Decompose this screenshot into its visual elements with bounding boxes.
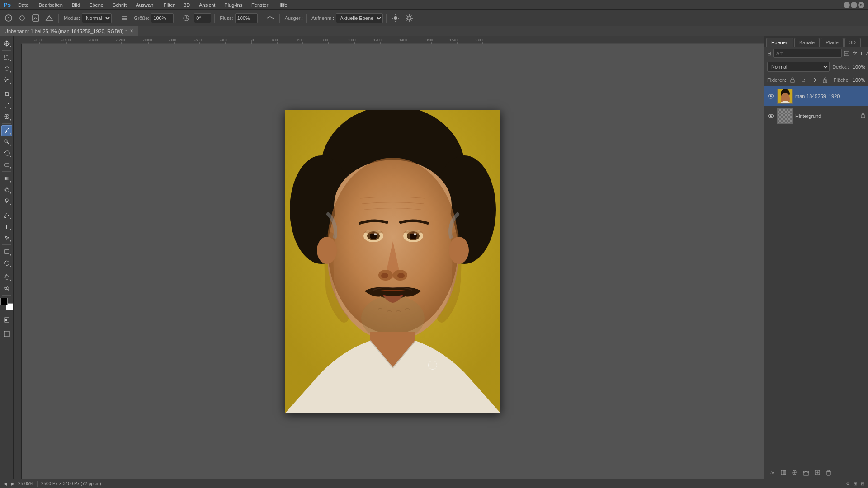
tab-3d[interactable]: 3D	[844, 38, 861, 47]
zoom-out-btn[interactable]: ◀	[4, 481, 7, 486]
menu-hilfe[interactable]: Hilfe	[274, 1, 291, 9]
layer-kind-filter-btn[interactable]	[844, 49, 850, 58]
screen-mode-btn[interactable]	[1, 328, 12, 339]
filter-icon: ⊟	[767, 51, 771, 56]
magic-wand-tool[interactable]: ▾	[1, 75, 12, 85]
tab-close-btn[interactable]: ✕	[130, 28, 133, 33]
layer-item-man[interactable]: man-1845259_1920	[764, 86, 868, 106]
document-tab[interactable]: Unbenannt-1 bei 25,1% (man-1845259_1920,…	[0, 26, 138, 36]
layer-adjustment-btn[interactable]	[790, 468, 800, 477]
svg-line-11	[4, 107, 5, 108]
close-button[interactable]: ✕	[858, 2, 864, 8]
menu-bearbeiten[interactable]: Bearbeiten	[35, 1, 66, 9]
lock-image-btn[interactable]	[799, 75, 808, 84]
zoom-tool[interactable]	[1, 283, 12, 294]
menu-datei[interactable]: Datei	[14, 1, 33, 9]
layer-fx-btn[interactable]: fx	[767, 468, 777, 477]
move-tool[interactable]: ▾	[1, 38, 12, 49]
status-settings-btn[interactable]: ⚙	[846, 481, 850, 486]
svg-rect-21	[5, 250, 9, 253]
rectangle-select-tool[interactable]: ▾	[1, 52, 12, 63]
erase-mode-btn[interactable]	[43, 12, 55, 24]
settings-btn[interactable]	[403, 12, 415, 24]
tab-title: Unbenannt-1 bei 25,1% (man-1845259_1920,…	[5, 28, 127, 34]
flow-input[interactable]	[235, 13, 258, 23]
healing-brush-tool[interactable]: ▾	[1, 111, 12, 122]
toolbar-sep-3	[177, 14, 177, 23]
minimize-button[interactable]: ─	[844, 2, 850, 8]
eraser-tool[interactable]: ▾	[1, 159, 12, 170]
lock-transparent-btn[interactable]	[788, 75, 797, 84]
layers-blend-select[interactable]: Normal	[767, 62, 830, 72]
color-swatches[interactable]	[0, 298, 13, 310]
svg-rect-9	[5, 55, 9, 60]
path-select-tool[interactable]: ▾	[1, 232, 12, 243]
menu-auswahl[interactable]: Auswahl	[132, 1, 158, 9]
tool-preset-picker[interactable]	[3, 12, 14, 24]
brush-size-picker[interactable]	[16, 12, 28, 24]
layer-mask-btn[interactable]	[778, 468, 788, 477]
brush-tool[interactable]: ▾	[1, 125, 12, 136]
layer-vector-filter-btn[interactable]	[865, 49, 868, 58]
history-brush-tool[interactable]: ▾	[1, 148, 12, 159]
svg-rect-28	[4, 331, 9, 337]
lock-position-btn[interactable]	[810, 75, 819, 84]
hand-tool[interactable]: ▾	[1, 272, 12, 282]
gradient-tool[interactable]: ▾	[1, 173, 12, 184]
blend-mode-select[interactable]: Normal	[82, 13, 112, 23]
svg-text:400: 400	[272, 38, 278, 42]
fill-value: 100%	[853, 77, 865, 83]
layer-new-btn[interactable]	[812, 468, 822, 477]
tab-kanaele[interactable]: Kanäle	[794, 38, 820, 47]
canvas-image[interactable]	[285, 110, 500, 413]
foreground-color-swatch[interactable]	[0, 298, 8, 305]
layers-search-input[interactable]	[773, 49, 842, 58]
eyedropper-tool[interactable]: ▾	[1, 100, 12, 111]
tab-ebenen[interactable]: Ebenen	[766, 38, 793, 47]
dodge-tool[interactable]: ▾	[1, 196, 12, 206]
status-zoom-fit-btn[interactable]: ⊟	[861, 481, 864, 486]
menu-filter[interactable]: Filter	[160, 1, 178, 9]
menu-schrift[interactable]: Schrift	[109, 1, 130, 9]
sample-select[interactable]: Aktuelle Ebene	[336, 13, 383, 23]
crop-tool[interactable]: ▾	[1, 89, 12, 99]
brush-mode-btn[interactable]	[30, 12, 42, 24]
menu-fenster[interactable]: Fenster	[248, 1, 272, 9]
lasso-tool[interactable]: ▾	[1, 63, 12, 74]
clone-stamp-tool[interactable]: ▾	[1, 136, 12, 147]
main-area: ▾ ▾ ▾ ▾ ▾ ▾ ▾	[0, 36, 868, 479]
layer-text-filter-btn[interactable]: T	[860, 49, 863, 58]
layer-group-btn[interactable]	[801, 468, 811, 477]
layer-delete-btn[interactable]	[824, 468, 834, 477]
lock-all-btn[interactable]	[821, 75, 830, 84]
blur-tool[interactable]: ▾	[1, 184, 12, 195]
3d-tool[interactable]: ▾	[1, 258, 12, 268]
tab-pfade[interactable]: Pfade	[821, 38, 844, 47]
brush-options-btn[interactable]	[118, 12, 130, 24]
airbrush-btn[interactable]	[264, 12, 276, 24]
status-arrange-btn[interactable]: ⊞	[854, 481, 857, 486]
menu-bild[interactable]: Bild	[68, 1, 84, 9]
pen-tool[interactable]: ▾	[1, 210, 12, 221]
zoom-in-btn[interactable]: ▶	[11, 481, 14, 486]
layer-adjustment-filter-btn[interactable]	[852, 49, 858, 58]
ruler-horizontal: -1800 -1600 -1400 -1200 -1000 -800 -600 …	[22, 36, 764, 44]
menu-plugins[interactable]: Plug-ins	[221, 1, 246, 9]
pressure-btn[interactable]	[390, 12, 401, 24]
angle-btn[interactable]	[180, 12, 192, 24]
layer-visibility-hintergrund[interactable]	[767, 113, 774, 120]
layer-item-hintergrund[interactable]: Hintergrund	[764, 106, 868, 126]
brush-size-input[interactable]	[151, 13, 174, 23]
maximize-button[interactable]: □	[851, 2, 857, 8]
app-logo: Ps	[4, 1, 11, 8]
layer-visibility-man[interactable]	[767, 93, 774, 100]
menu-ebene[interactable]: Ebene	[85, 1, 107, 9]
rectangle-shape-tool[interactable]: ▾	[1, 246, 12, 257]
canvas-content	[22, 44, 764, 479]
quick-mask-mode[interactable]	[1, 314, 12, 325]
layers-fill-row: Fixieren: Fläche: 100%	[764, 74, 868, 86]
menu-ansicht[interactable]: Ansicht	[195, 1, 219, 9]
angle-input[interactable]	[194, 13, 211, 23]
menu-3d[interactable]: 3D	[180, 1, 193, 9]
type-tool[interactable]: T ▾	[1, 221, 12, 232]
